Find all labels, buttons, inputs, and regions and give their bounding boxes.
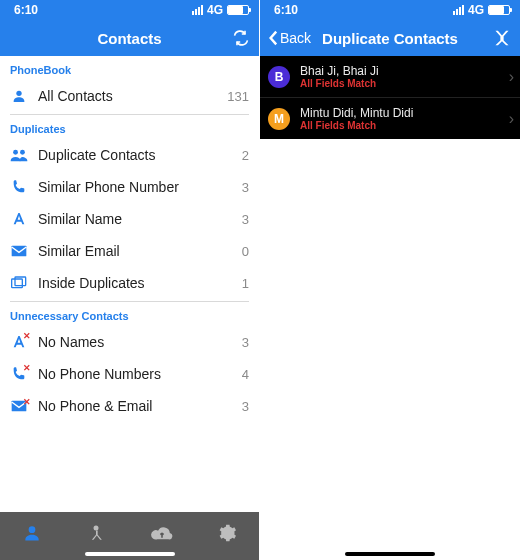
row-label: No Phone & Email [38, 398, 221, 414]
svg-rect-5 [15, 277, 26, 286]
network-label: 4G [468, 3, 484, 17]
letter-x-icon [10, 334, 28, 350]
row-similar-name[interactable]: Similar Name 3 [0, 203, 259, 235]
section-header-unnecessary: Unnecessary Contacts [0, 302, 259, 326]
tab-settings[interactable] [217, 523, 237, 543]
svg-point-1 [13, 150, 18, 155]
nav-right [201, 30, 251, 46]
home-indicator [345, 552, 435, 556]
row-all-contacts[interactable]: All Contacts 131 [0, 80, 259, 112]
row-label: All Contacts [38, 88, 217, 104]
sync-icon[interactable] [231, 30, 251, 46]
page-title: Duplicate Contacts [318, 30, 462, 47]
duplicate-name: Mintu Didi, Mintu Didi [300, 106, 499, 120]
row-count: 4 [231, 367, 249, 382]
screen-duplicate-contacts: 6:10 4G Back Duplicate Contacts B Bhai J… [260, 0, 520, 560]
row-no-phone-email[interactable]: No Phone & Email 3 [0, 390, 259, 422]
people-icon [10, 147, 28, 163]
row-label: Duplicate Contacts [38, 147, 221, 163]
tab-cloud[interactable] [151, 525, 173, 541]
mail-icon [10, 245, 28, 257]
svg-point-0 [16, 91, 21, 96]
tab-merge[interactable] [86, 523, 106, 543]
section-header-phonebook: PhoneBook [0, 56, 259, 80]
signal-icon [192, 5, 203, 15]
row-label: Similar Email [38, 243, 221, 259]
row-label: Similar Name [38, 211, 221, 227]
row-count: 3 [231, 335, 249, 350]
duplicate-row[interactable]: B Bhai Ji, Bhai Ji All Fields Match › [260, 56, 520, 97]
section-header-duplicates: Duplicates [0, 115, 259, 139]
merge-icon[interactable] [492, 29, 512, 47]
avatar: M [268, 108, 290, 130]
row-label: No Phone Numbers [38, 366, 221, 382]
status-time: 6:10 [274, 3, 298, 17]
svg-point-8 [94, 526, 99, 531]
battery-icon [227, 5, 249, 15]
duplicate-sub: All Fields Match [300, 78, 499, 89]
duplicate-name: Bhai Ji, Bhai Ji [300, 64, 499, 78]
svg-rect-6 [12, 401, 27, 412]
status-right: 4G [453, 3, 510, 17]
duplicate-sub: All Fields Match [300, 120, 499, 131]
row-count: 3 [231, 212, 249, 227]
letter-icon [10, 211, 28, 227]
nested-icon [10, 276, 28, 290]
row-count: 131 [227, 89, 249, 104]
avatar-initial: B [275, 70, 284, 84]
signal-icon [453, 5, 464, 15]
row-count: 3 [231, 180, 249, 195]
row-count: 2 [231, 148, 249, 163]
row-similar-email[interactable]: Similar Email 0 [0, 235, 259, 267]
nav-bar: Contacts [0, 20, 259, 56]
back-button[interactable]: Back [268, 30, 318, 46]
battery-icon [488, 5, 510, 15]
chevron-right-icon: › [509, 68, 514, 86]
avatar-initial: M [274, 112, 284, 126]
person-icon [10, 88, 28, 104]
row-count: 1 [231, 276, 249, 291]
back-label: Back [280, 30, 311, 46]
row-no-phone[interactable]: No Phone Numbers 4 [0, 358, 259, 390]
empty-area [260, 139, 520, 560]
avatar: B [268, 66, 290, 88]
chevron-right-icon: › [509, 110, 514, 128]
nav-right [462, 29, 512, 47]
row-label: No Names [38, 334, 221, 350]
status-bar: 6:10 4G [260, 0, 520, 20]
row-similar-phone[interactable]: Similar Phone Number 3 [0, 171, 259, 203]
svg-point-2 [20, 150, 25, 155]
screen-contacts: 6:10 4G Contacts PhoneBook All Contacts [0, 0, 260, 560]
page-title: Contacts [58, 30, 201, 47]
row-no-names[interactable]: No Names 3 [0, 326, 259, 358]
duplicate-row[interactable]: M Mintu Didi, Mintu Didi All Fields Matc… [260, 97, 520, 139]
duplicate-list: B Bhai Ji, Bhai Ji All Fields Match › M … [260, 56, 520, 139]
duplicate-text: Mintu Didi, Mintu Didi All Fields Match [300, 106, 499, 131]
row-count: 3 [231, 399, 249, 414]
phone-x-icon [10, 366, 28, 382]
mail-x-icon [10, 400, 28, 412]
row-count: 0 [231, 244, 249, 259]
network-label: 4G [207, 3, 223, 17]
contacts-list: PhoneBook All Contacts 131 Duplicates Du… [0, 56, 259, 512]
status-right: 4G [192, 3, 249, 17]
svg-rect-4 [12, 279, 23, 288]
tab-contacts[interactable] [22, 523, 42, 543]
nav-bar: Back Duplicate Contacts [260, 20, 520, 56]
row-label: Inside Duplicates [38, 275, 221, 291]
row-label: Similar Phone Number [38, 179, 221, 195]
svg-rect-3 [12, 246, 27, 257]
phone-icon [10, 179, 28, 195]
duplicate-text: Bhai Ji, Bhai Ji All Fields Match [300, 64, 499, 89]
status-time: 6:10 [14, 3, 38, 17]
status-bar: 6:10 4G [0, 0, 259, 20]
home-indicator [85, 552, 175, 556]
row-duplicate-contacts[interactable]: Duplicate Contacts 2 [0, 139, 259, 171]
svg-point-7 [29, 526, 36, 533]
row-inside-duplicates[interactable]: Inside Duplicates 1 [0, 267, 259, 299]
